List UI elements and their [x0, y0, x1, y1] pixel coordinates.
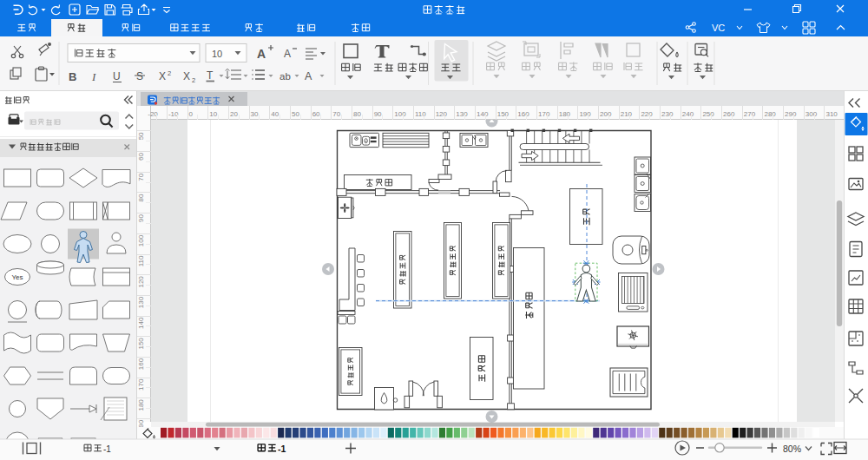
svg-text:240: 240 [682, 110, 694, 118]
svg-text:100: 100 [138, 234, 146, 246]
svg-text:110: 110 [415, 110, 426, 118]
svg-text:A: A [284, 48, 291, 60]
svg-text:170: 170 [138, 378, 146, 391]
svg-text:210: 210 [621, 110, 633, 118]
svg-text:Yes: Yes [11, 273, 23, 281]
svg-text:70: 70 [138, 173, 146, 181]
svg-text:160: 160 [517, 110, 529, 118]
svg-text:120: 120 [436, 110, 448, 118]
svg-text:180: 180 [559, 110, 571, 118]
svg-text:ab: ab [279, 71, 291, 82]
svg-text:100: 100 [394, 110, 406, 118]
svg-text:40: 40 [271, 110, 279, 118]
svg-text:80: 80 [138, 194, 146, 201]
svg-text:10: 10 [209, 110, 217, 118]
svg-text:280: 280 [764, 110, 776, 118]
svg-text:A: A [257, 47, 266, 61]
svg-text:-1: -1 [103, 444, 111, 454]
svg-text:50: 50 [138, 132, 146, 140]
svg-text:220: 220 [641, 110, 653, 118]
svg-text:B: B [69, 70, 76, 83]
svg-text:80: 80 [353, 110, 361, 118]
svg-text:180: 180 [138, 399, 146, 411]
svg-text:230: 230 [661, 110, 674, 118]
svg-text:150: 150 [138, 338, 146, 350]
svg-text:130: 130 [456, 110, 468, 118]
svg-text:80%: 80% [783, 444, 801, 454]
svg-text:U: U [113, 70, 121, 82]
svg-text:2: 2 [168, 69, 171, 77]
svg-text:A: A [305, 70, 312, 82]
svg-text:140: 140 [138, 317, 146, 329]
svg-text:160: 160 [138, 358, 146, 370]
svg-text:90: 90 [138, 214, 146, 222]
svg-text:150: 150 [497, 110, 510, 118]
svg-text:30: 30 [251, 110, 259, 118]
svg-text:-1: -1 [278, 444, 286, 454]
svg-text:50: 50 [292, 110, 299, 118]
svg-text:270: 270 [744, 110, 756, 118]
svg-text:170: 170 [538, 110, 550, 118]
svg-text:60: 60 [138, 153, 146, 161]
svg-text:VC: VC [712, 23, 725, 33]
svg-text:60: 60 [312, 110, 320, 118]
svg-text:260: 260 [723, 110, 735, 118]
svg-text:2: 2 [192, 76, 195, 84]
svg-text:S: S [136, 70, 143, 82]
svg-text:250: 250 [702, 110, 714, 118]
svg-text:10: 10 [212, 49, 222, 59]
svg-text:290: 290 [785, 110, 797, 118]
svg-text:20: 20 [230, 110, 238, 118]
svg-text:X: X [183, 70, 190, 82]
svg-text:90: 90 [374, 110, 382, 118]
svg-text:140: 140 [477, 110, 489, 118]
svg-text:300: 300 [806, 110, 818, 118]
svg-text:X: X [159, 70, 166, 82]
svg-text:190: 190 [579, 110, 591, 118]
svg-text:70: 70 [332, 110, 340, 118]
svg-text:110: 110 [138, 255, 146, 266]
svg-text:0: 0 [189, 110, 194, 118]
svg-text:310: 310 [825, 110, 838, 118]
svg-text:120: 120 [138, 276, 146, 288]
svg-text:130: 130 [138, 296, 146, 308]
svg-text:I: I [91, 70, 96, 83]
svg-text:T: T [207, 69, 214, 82]
svg-text:200: 200 [600, 110, 612, 118]
